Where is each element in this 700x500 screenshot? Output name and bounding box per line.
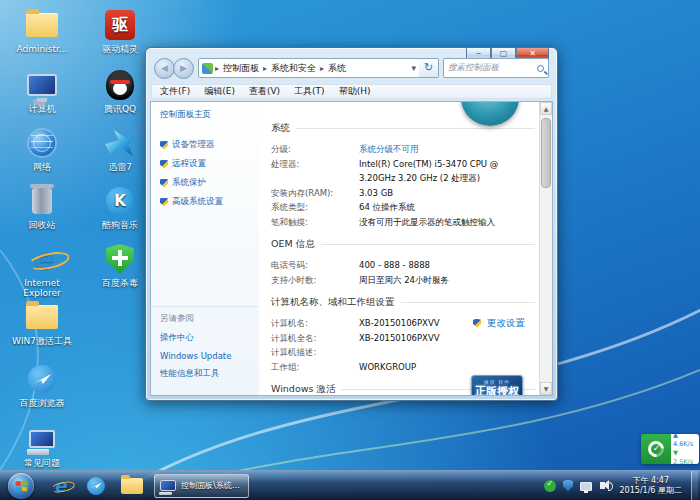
clock-time: 下午 4:47 xyxy=(620,476,682,486)
breadcrumb-control-panel[interactable]: 控制面板 xyxy=(221,62,261,75)
windows-flag-icon xyxy=(15,480,27,491)
genuine-windows-badge: 微软 软件 正版授权 安全 放心 可靠 xyxy=(471,375,523,395)
info-row: 计算机全名:XB-20150106PXVV xyxy=(271,331,535,346)
navigation-bar: ◀ ▶ ▸ 控制面板 ▸ 系统和安全 ▸ 系统 ▾ ↻ 搜索控制面板 xyxy=(150,54,553,82)
upload-speed: 4.6K/s xyxy=(673,440,693,448)
user-folder-icon xyxy=(25,8,59,42)
search-input[interactable]: 搜索控制面板 xyxy=(443,58,549,78)
forward-button[interactable]: ▶ xyxy=(173,58,194,79)
desktop-icon-qq[interactable]: 腾讯QQ xyxy=(86,68,154,114)
sidebar-item-control-panel-home[interactable]: 控制面板主页 xyxy=(160,109,259,121)
system-window-icon xyxy=(160,480,176,491)
tray-security-icon[interactable] xyxy=(544,479,557,492)
section-title: 计算机名称、域和工作组设置 xyxy=(271,296,395,309)
sidebar-item-action-center[interactable]: 操作中心 xyxy=(160,332,259,344)
xunlei-bird-icon xyxy=(103,126,137,160)
driver-genius-icon: 驱 xyxy=(103,8,137,42)
menu-edit[interactable]: 编辑(E) xyxy=(204,85,235,98)
system-tray: 下午 4:47 2015/1/6 星期二 xyxy=(544,471,700,500)
search-icon xyxy=(537,65,544,72)
section-title: Windows 激活 xyxy=(271,383,335,395)
qq-penguin-icon xyxy=(103,68,137,102)
sidebar-item-advanced-settings[interactable]: 高级系统设置 xyxy=(160,196,259,208)
show-desktop-button[interactable] xyxy=(691,471,698,500)
browser-icon xyxy=(25,362,59,396)
tray-volume-icon[interactable] xyxy=(598,479,611,492)
desktop-icon-internet-explorer[interactable]: e Internet Explorer xyxy=(8,242,76,298)
icon-label: Administr... xyxy=(8,44,76,54)
refresh-button[interactable]: ↻ xyxy=(419,58,439,78)
uac-shield-icon xyxy=(160,198,168,207)
section-oem: OEM 信息 电话号码:400 - 888 - 8888 支持小时数:周日至周六… xyxy=(271,238,535,287)
folder-icon xyxy=(121,478,143,494)
scroll-up-icon[interactable]: ▲ xyxy=(540,102,552,115)
desktop-icon-kugou[interactable]: K 酷狗音乐 xyxy=(86,184,154,230)
taskbar-browser-button[interactable] xyxy=(81,473,111,499)
sidebar-item-windows-update[interactable]: Windows Update xyxy=(160,351,259,361)
desktop-icon-network[interactable]: 网络 xyxy=(8,126,76,172)
uac-shield-icon xyxy=(160,160,168,169)
section-system: 系统 分级:系统分级不可用 处理器:Intel(R) Core(TM) i5-3… xyxy=(271,122,535,229)
taskbar-explorer-button[interactable] xyxy=(117,473,147,499)
info-row: 支持小时数:周日至周六 24小时服务 xyxy=(271,273,535,288)
breadcrumb-system[interactable]: 系统 xyxy=(326,62,348,75)
uac-shield-icon xyxy=(473,319,481,328)
see-also-header: 另请参阅 xyxy=(160,313,259,325)
computer-icon xyxy=(25,68,59,102)
taskbar-active-window-button[interactable]: 控制面板\系统和... xyxy=(154,474,249,498)
address-bar[interactable]: ▸ 控制面板 ▸ 系统和安全 ▸ 系统 ▾ xyxy=(198,58,420,78)
uac-shield-icon xyxy=(160,179,168,188)
desktop-icon-baidu-browser[interactable]: 百度浏览器 xyxy=(8,362,76,408)
desktop-icon-faq[interactable]: 常见问题 xyxy=(8,422,76,468)
security-check-icon xyxy=(641,434,671,464)
sidebar-item-performance-tools[interactable]: 性能信息和工具 xyxy=(160,368,259,380)
system-window: ‒ ▢ ✕ ◀ ▶ ▸ 控制面板 ▸ 系统和安全 ▸ 系统 ▾ ↻ 搜索控制面板… xyxy=(145,47,558,401)
scrollbar-thumb[interactable] xyxy=(541,118,551,188)
start-button[interactable] xyxy=(8,473,34,499)
taskbar-clock[interactable]: 下午 4:47 2015/1/6 星期二 xyxy=(616,476,686,496)
ie-icon: e xyxy=(54,477,66,495)
desktop-icon-xunlei[interactable]: 迅雷7 xyxy=(86,126,154,172)
browser-icon xyxy=(87,477,105,495)
change-settings-link[interactable]: 更改设置 xyxy=(473,316,525,331)
desktop-icon-baidu-antivirus[interactable]: 百度杀毒 xyxy=(86,242,154,288)
desktop-icon-driver-genius[interactable]: 驱 驱动精灵 xyxy=(86,8,154,54)
back-button[interactable]: ◀ xyxy=(154,58,175,79)
info-row: 工作组:WORKGROUP xyxy=(271,360,535,375)
download-speed: 2.5K/s xyxy=(673,458,693,464)
vertical-scrollbar[interactable]: ▲ ▼ xyxy=(539,102,552,395)
folder-icon xyxy=(25,300,59,334)
menu-view[interactable]: 查看(V) xyxy=(249,85,280,98)
see-also-panel: 另请参阅 操作中心 Windows Update 性能信息和工具 xyxy=(151,306,259,387)
net-speed-widget[interactable]: ▲ 4.6K/s ▼ 2.5K/s xyxy=(641,434,699,464)
system-content: 系统 分级:系统分级不可用 处理器:Intel(R) Core(TM) i5-3… xyxy=(259,102,539,395)
network-globe-icon xyxy=(25,126,59,160)
tray-network-icon[interactable] xyxy=(580,479,593,492)
scroll-down-icon[interactable]: ▼ xyxy=(540,382,552,395)
sidebar-item-remote-settings[interactable]: 远程设置 xyxy=(160,158,259,170)
info-row: 系统类型:64 位操作系统 xyxy=(271,200,535,215)
info-row: 笔和触摸:没有可用于此显示器的笔或触控输入 xyxy=(271,215,535,230)
sidebar-item-device-manager[interactable]: 设备管理器 xyxy=(160,139,259,151)
control-panel-icon xyxy=(202,63,213,74)
menu-file[interactable]: 文件(F) xyxy=(160,85,190,98)
desktop-icon-win7-activator[interactable]: WIN7激活工具 xyxy=(8,300,76,346)
menu-help[interactable]: 帮助(H) xyxy=(339,85,371,98)
address-dropdown-icon[interactable]: ▾ xyxy=(411,63,416,73)
desktop-icon-computer[interactable]: 计算机 xyxy=(8,68,76,114)
breadcrumb-system-security[interactable]: 系统和安全 xyxy=(269,62,318,75)
info-row: 计算机名: XB-20150106PXVV 更改设置 xyxy=(271,316,535,331)
section-computer-name: 计算机名称、域和工作组设置 计算机名: XB-20150106PXVV 更改设置… xyxy=(271,296,535,374)
search-placeholder: 搜索控制面板 xyxy=(448,62,499,74)
antivirus-shield-icon xyxy=(103,242,137,276)
info-row: 电话号码:400 - 888 - 8888 xyxy=(271,258,535,273)
sidebar-item-system-protection[interactable]: 系统保护 xyxy=(160,177,259,189)
desktop-icon-recycle-bin[interactable]: 回收站 xyxy=(8,184,76,230)
rating-link[interactable]: 系统分级不可用 xyxy=(359,142,419,157)
desktop-icon-administrator[interactable]: Administr... xyxy=(8,8,76,54)
section-title: 系统 xyxy=(271,122,290,135)
taskbar: e 控制面板\系统和... 下午 4:47 2015/1/6 星期二 xyxy=(0,470,700,500)
menu-tools[interactable]: 工具(T) xyxy=(294,85,325,98)
tray-shield-icon[interactable] xyxy=(562,479,575,492)
taskbar-ie-button[interactable]: e xyxy=(45,473,75,499)
